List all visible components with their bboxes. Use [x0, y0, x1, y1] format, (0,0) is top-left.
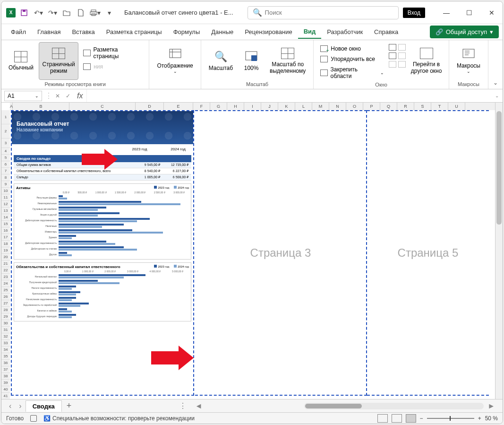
column-header[interactable]: U [448, 103, 465, 110]
login-button[interactable]: Вход [403, 8, 425, 18]
column-header[interactable]: J [261, 103, 278, 110]
collapse-ribbon-icon[interactable]: ⌄ [493, 79, 498, 86]
column-header[interactable]: N [329, 103, 346, 110]
page-layout-view-button[interactable]: Разметка страницы [80, 45, 145, 61]
row-header[interactable]: 2 [1, 124, 10, 139]
column-header[interactable]: S [414, 103, 431, 110]
row-header[interactable]: 27 [1, 300, 10, 307]
row-header[interactable]: 29 [1, 313, 10, 320]
horizontal-scrollbar[interactable] [304, 403, 484, 409]
zoom-level[interactable]: 50 % [485, 415, 498, 422]
row-header[interactable]: 28 [1, 307, 10, 313]
tab-nav-next[interactable]: › [15, 402, 25, 410]
row-header[interactable]: 30 [1, 320, 10, 327]
sync-scroll-icon[interactable] [398, 52, 406, 59]
search-input[interactable] [265, 9, 393, 16]
row-header[interactable]: 5 [1, 155, 10, 161]
arrange-button[interactable]: Упорядочить все [317, 54, 387, 64]
row-header[interactable]: 13 [1, 208, 10, 214]
column-header[interactable]: H [227, 103, 244, 110]
close-button[interactable]: ✕ [481, 6, 503, 20]
maximize-button[interactable]: ☐ [458, 6, 480, 20]
column-header[interactable]: D [136, 103, 164, 110]
row-header[interactable]: 22 [1, 267, 10, 274]
row-header[interactable]: 17 [1, 234, 10, 241]
worksheet-area[interactable]: ABCDEFGHIJKLMNOPQRSTU 123456789101112131… [1, 103, 503, 399]
zoom-in-button[interactable]: + [478, 415, 481, 422]
minimize-button[interactable]: — [436, 6, 457, 20]
vertical-scrollbar[interactable] [495, 103, 503, 399]
column-header[interactable]: P [363, 103, 380, 110]
row-header[interactable]: 8 [1, 174, 10, 181]
row-header[interactable]: 24 [1, 280, 10, 287]
row-header[interactable]: 16 [1, 227, 10, 234]
column-header[interactable]: L [295, 103, 312, 110]
redo-button[interactable]: ↷▾ [47, 7, 58, 18]
row-header[interactable]: 38 [1, 373, 10, 380]
split-icon[interactable] [389, 44, 396, 51]
open-button[interactable] [61, 7, 72, 18]
row-header[interactable]: 23 [1, 274, 10, 280]
tab-page-layout[interactable]: Разметка страницы [101, 26, 168, 38]
row-header[interactable]: 11 [1, 194, 10, 201]
row-header[interactable]: 37 [1, 366, 10, 373]
column-header[interactable]: I [244, 103, 261, 110]
column-header[interactable]: R [397, 103, 414, 110]
column-headers[interactable]: ABCDEFGHIJKLMNOPQRSTU [10, 103, 495, 110]
hide-icon[interactable] [389, 52, 396, 59]
freeze-button[interactable]: Закрепить области ⌄ [317, 65, 387, 81]
column-header[interactable]: M [312, 103, 329, 110]
fx-button[interactable]: fx [73, 92, 86, 100]
row-header[interactable]: 31 [1, 327, 10, 333]
column-header[interactable]: E [164, 103, 193, 110]
row-header[interactable]: 4 [1, 148, 10, 155]
row-header[interactable]: 34 [1, 347, 10, 353]
column-header[interactable]: O [346, 103, 363, 110]
column-header[interactable]: C [69, 103, 136, 110]
tab-nav-prev[interactable]: ‹ [5, 402, 15, 410]
tab-formulas[interactable]: Формулы [168, 26, 206, 38]
customize-qat-button[interactable]: ▾ [103, 7, 115, 18]
tab-file[interactable]: Файл [5, 26, 32, 38]
accessibility-status[interactable]: ♿Специальные возможности: проверьте реко… [43, 415, 195, 422]
row-header[interactable]: 14 [1, 214, 10, 221]
row-header[interactable]: 39 [1, 380, 10, 386]
reset-pos-icon[interactable] [398, 61, 406, 68]
page-break-view-button[interactable]: Страничный режим [39, 42, 78, 80]
tab-home[interactable]: Главная [32, 26, 66, 38]
row-header[interactable]: 15 [1, 221, 10, 227]
row-header[interactable]: 41 [1, 393, 10, 399]
macros-button[interactable]: Макросы ⌄ [453, 42, 484, 80]
zoom-100-button[interactable]: 100% [239, 42, 264, 80]
macro-record-icon[interactable] [30, 415, 37, 422]
row-header[interactable]: 20 [1, 254, 10, 260]
scroll-right[interactable]: ► [484, 402, 499, 410]
sheet-tab-active[interactable]: Сводка [26, 400, 62, 412]
undo-button[interactable]: ↶▾ [33, 7, 44, 18]
row-header[interactable]: 6 [1, 161, 10, 168]
row-header[interactable]: 3 [1, 139, 10, 148]
row-header[interactable]: 19 [1, 247, 10, 254]
switch-window-button[interactable]: Перейти в другое окно [408, 42, 445, 80]
unhide-icon[interactable] [389, 61, 396, 68]
page-break-view-icon[interactable] [406, 414, 416, 423]
row-header[interactable]: 21 [1, 260, 10, 267]
column-header[interactable]: K [278, 103, 295, 110]
row-header[interactable]: 33 [1, 340, 10, 347]
row-header[interactable]: 35 [1, 353, 10, 360]
row-header[interactable]: 26 [1, 294, 10, 300]
zoom-button[interactable]: 🔍 Масштаб [205, 42, 237, 80]
column-header[interactable]: Q [380, 103, 397, 110]
row-header[interactable]: 10 [1, 188, 10, 194]
row-header[interactable]: 25 [1, 287, 10, 294]
tab-data[interactable]: Данные [205, 26, 239, 38]
row-header[interactable]: 32 [1, 333, 10, 340]
tab-split-handle[interactable]: ⋮ [174, 401, 191, 410]
row-header[interactable]: 9 [1, 181, 10, 188]
row-header[interactable]: 12 [1, 201, 10, 208]
row-header[interactable]: 1 [1, 110, 10, 124]
column-header[interactable]: G [210, 103, 227, 110]
new-button[interactable] [75, 7, 86, 18]
column-header[interactable]: T [431, 103, 448, 110]
expand-formula-icon[interactable]: ⌄ [491, 93, 503, 98]
